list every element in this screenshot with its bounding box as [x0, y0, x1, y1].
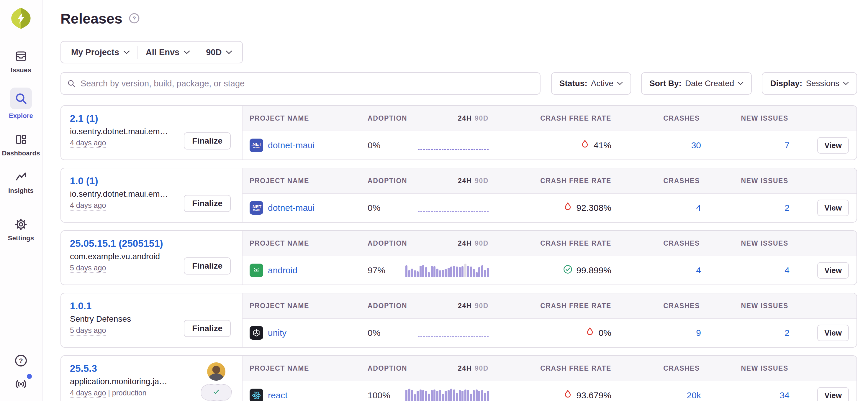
- crashes-link[interactable]: 4: [696, 265, 701, 275]
- page-header: Releases ?: [60, 11, 868, 27]
- toggle-24h[interactable]: 24H: [458, 239, 472, 247]
- col-project-name: PROJECT NAME: [250, 114, 368, 122]
- release-created-time: 4 days ago: [70, 201, 106, 210]
- sidebar-item-label: Explore: [9, 112, 33, 120]
- crashes-link[interactable]: 30: [691, 140, 701, 150]
- view-button[interactable]: View: [817, 262, 849, 279]
- sidebar-footer: ?: [14, 354, 28, 392]
- release-version-link[interactable]: 2.1 (1): [70, 113, 98, 124]
- sentry-logo-icon[interactable]: [9, 6, 32, 31]
- sidebar-item-settings[interactable]: Settings: [8, 218, 34, 242]
- date-range-dropdown[interactable]: 90D: [198, 47, 240, 57]
- finalize-button[interactable]: Finalize: [184, 195, 231, 212]
- sidebar-item-insights[interactable]: Insights: [8, 171, 34, 195]
- project-link[interactable]: react: [268, 390, 288, 400]
- crash-free-value: 99.899%: [577, 265, 611, 275]
- view-button[interactable]: View: [817, 387, 849, 401]
- dotnet-maui-icon: .NETMAUI: [250, 201, 263, 215]
- notification-dot: [27, 374, 32, 379]
- crashes-link[interactable]: 4: [696, 203, 701, 212]
- sort-by-dropdown[interactable]: Sort By: Date Created: [641, 72, 752, 95]
- project-link[interactable]: android: [268, 265, 298, 275]
- new-issues-link[interactable]: 7: [784, 140, 789, 150]
- toggle-24h[interactable]: 24H: [458, 114, 472, 122]
- main-content: Releases ? My Projects All Envs 90D: [42, 0, 868, 401]
- col-project-name: PROJECT NAME: [250, 302, 368, 310]
- chevron-down-icon: [738, 82, 743, 85]
- toggle-90d[interactable]: 90D: [475, 177, 489, 185]
- status-dropdown[interactable]: Status: Active: [551, 72, 631, 95]
- project-link[interactable]: unity: [268, 328, 286, 338]
- col-crash-free-rate: CRASH FREE RATE: [494, 177, 613, 185]
- table-header: PROJECT NAME ADOPTION 24H90D CRASH FREE …: [243, 293, 857, 319]
- release-version-link[interactable]: 25.5.3: [70, 363, 97, 374]
- table-header: PROJECT NAME ADOPTION 24H90D CRASH FREE …: [243, 356, 857, 381]
- toggle-90d[interactable]: 90D: [475, 302, 489, 310]
- release-package: io.sentry.dotnet.maui.em…: [70, 127, 194, 136]
- table-row: .NETMAUI dotnet-maui 0% 92.308% 4 2 View: [243, 194, 857, 222]
- release-created-time: 5 days ago: [70, 326, 106, 336]
- finalize-button[interactable]: Finalize: [184, 258, 231, 274]
- new-issues-link[interactable]: 2: [784, 328, 789, 338]
- view-button[interactable]: View: [817, 137, 849, 154]
- release-info-panel: 2.1 (1) io.sentry.dotnet.maui.em… 4 days…: [61, 106, 243, 160]
- sidebar-item-dashboards[interactable]: Dashboards: [2, 133, 40, 157]
- finalized-check-button[interactable]: [200, 384, 232, 401]
- release-health-table: PROJECT NAME ADOPTION 24H90D CRASH FREE …: [243, 356, 857, 401]
- release-package: io.sentry.dotnet.maui.em…: [70, 189, 194, 199]
- sidebar-divider: [7, 209, 35, 209]
- help-icon[interactable]: ?: [14, 354, 28, 369]
- chevron-down-icon: [226, 51, 232, 54]
- toggle-24h[interactable]: 24H: [458, 302, 472, 310]
- whats-new-broadcast-icon[interactable]: [14, 377, 28, 392]
- col-new-issues: NEW ISSUES: [701, 239, 789, 247]
- display-dropdown[interactable]: Display: Sessions: [762, 72, 857, 95]
- release-info-panel: 25.5.3 application.monitoring.ja… 4 days…: [61, 356, 243, 401]
- svg-text:?: ?: [19, 357, 23, 364]
- toggle-90d[interactable]: 90D: [475, 239, 489, 247]
- finalize-button[interactable]: Finalize: [184, 132, 231, 149]
- page-help-icon[interactable]: ?: [128, 12, 140, 25]
- col-project-name: PROJECT NAME: [250, 239, 368, 247]
- page-title: Releases: [60, 11, 122, 27]
- release-created-time: 4 days ago: [70, 139, 106, 148]
- release-version-link[interactable]: 1.0 (1): [70, 175, 98, 187]
- col-adoption: ADOPTION: [368, 364, 406, 372]
- view-button[interactable]: View: [817, 200, 849, 216]
- col-crashes: CRASHES: [613, 364, 701, 372]
- search-icon: [67, 79, 76, 89]
- adoption-sparkline: [418, 141, 489, 150]
- toggle-90d[interactable]: 90D: [475, 114, 489, 122]
- project-link[interactable]: dotnet-maui: [268, 203, 314, 213]
- toggle-24h[interactable]: 24H: [458, 364, 472, 372]
- search-input[interactable]: [60, 72, 540, 95]
- col-adoption: ADOPTION: [368, 177, 406, 185]
- crashes-link[interactable]: 20k: [687, 390, 701, 400]
- project-link[interactable]: dotnet-maui: [268, 140, 314, 151]
- sidebar-item-explore[interactable]: Explore: [9, 88, 33, 120]
- finalize-button[interactable]: Finalize: [184, 320, 231, 337]
- sidebar-item-issues[interactable]: Issues: [11, 50, 31, 74]
- release-version-link[interactable]: 1.0.1: [70, 300, 91, 312]
- release-version-link[interactable]: 25.05.15.1 (2505151): [70, 238, 163, 249]
- table-row: .NETMAUI dotnet-maui 0% 41% 30 7 View: [243, 131, 857, 160]
- release-list: 2.1 (1) io.sentry.dotnet.maui.em… 4 days…: [60, 105, 857, 401]
- col-adoption: ADOPTION: [368, 239, 406, 247]
- svg-text:?: ?: [132, 15, 136, 21]
- crash-free-value: 93.679%: [577, 390, 611, 400]
- new-issues-link[interactable]: 34: [780, 390, 789, 400]
- view-button[interactable]: View: [817, 325, 849, 341]
- release-card: 25.5.3 application.monitoring.ja… 4 days…: [60, 355, 857, 401]
- meta-separator: |: [108, 389, 110, 397]
- toggle-24h[interactable]: 24H: [458, 177, 472, 185]
- environment-filter-dropdown[interactable]: All Envs: [138, 47, 198, 57]
- project-filter-dropdown[interactable]: My Projects: [63, 47, 137, 57]
- table-header: PROJECT NAME ADOPTION 24H90D CRASH FREE …: [243, 231, 857, 256]
- status-value: Active: [591, 79, 613, 88]
- toggle-90d[interactable]: 90D: [475, 364, 489, 372]
- new-issues-link[interactable]: 2: [784, 203, 789, 212]
- crashes-link[interactable]: 9: [696, 328, 701, 338]
- dotnet-maui-icon: .NETMAUI: [250, 139, 263, 152]
- release-card: 1.0.1 Sentry Defenses 5 days ago Finaliz…: [60, 293, 857, 347]
- new-issues-link[interactable]: 4: [784, 265, 789, 275]
